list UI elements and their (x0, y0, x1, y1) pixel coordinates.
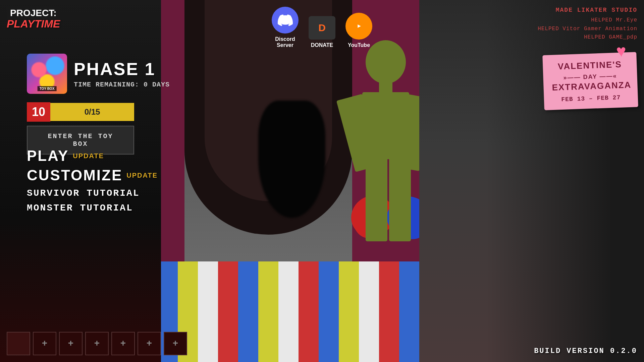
discord-button[interactable]: DiscordServer (272, 7, 299, 48)
inventory-slot-6[interactable]: + (138, 332, 161, 355)
play-label: PLAY (27, 147, 69, 164)
inventory-slot-2[interactable]: + (33, 332, 56, 355)
youtube-svg-icon (352, 19, 366, 33)
logo-playtime-text: PLAYTIME (7, 18, 60, 30)
survivor-tutorial-item[interactable]: SURVIVOR TUTORIAL (27, 188, 158, 198)
inventory-slot-3[interactable]: + (59, 332, 83, 355)
donate-icon: D (309, 16, 335, 40)
heart-icon: ♥ (616, 42, 627, 62)
credits-section: MADE LIKATER STUDIO HELPED Mr.Eye HELPED… (538, 7, 637, 42)
helped-1: HELPED Mr.Eye (538, 16, 637, 25)
phase-title: PHASE 1 (74, 59, 170, 79)
add-slot-icon-6: + (147, 339, 152, 349)
add-slot-icon-7: + (173, 339, 178, 349)
helped-credits: HELPED Mr.Eye HELPED Vitor Gamer Animati… (538, 16, 637, 42)
char-left-leg (366, 154, 387, 241)
phase-image: TOY BOX (27, 54, 67, 94)
discord-icon (272, 7, 299, 34)
donate-d-icon: D (318, 22, 326, 34)
toy-box-label: TOY BOX (38, 86, 57, 91)
valentine-title: VALENTINE'S»—— DAY ——«EXTRAVAGANZA (551, 59, 629, 93)
character-mannequin (335, 40, 419, 292)
inventory-slot-7[interactable]: + (164, 332, 187, 355)
time-remaining: TIME REMAINING: 0 DAYS (74, 81, 170, 88)
creature-figure (258, 101, 325, 218)
add-slot-icon-5: + (120, 339, 126, 349)
inventory-slot-1[interactable] (7, 332, 30, 355)
discord-svg-icon (278, 13, 293, 28)
phase-section: TOY BOX PHASE 1 TIME REMAINING: 0 DAYS (27, 54, 170, 94)
add-slot-icon-2: + (42, 339, 48, 349)
valentine-date: FEB 13 – FEB 27 (552, 94, 630, 103)
inventory-slot-4[interactable]: + (85, 332, 109, 355)
progress-bar: 0/15 (50, 103, 134, 121)
progress-text: 0/15 (85, 107, 100, 117)
inventory-slot-5[interactable]: + (111, 332, 135, 355)
char-neck (379, 80, 392, 94)
youtube-label: YouTube (348, 42, 370, 48)
inventory-bar: + + + + + + (7, 332, 187, 355)
build-version: BUILD VERSION 0.2.0 (534, 347, 637, 355)
add-slot-icon-3: + (68, 339, 74, 349)
customize-label: CUSTOMIZE (27, 167, 122, 184)
add-slot-icon-4: + (94, 339, 100, 349)
valentine-banner: ♥ VALENTINE'S»—— DAY ——«EXTRAVAGANZA FEB… (542, 52, 638, 110)
valentine-card: ♥ VALENTINE'S»—— DAY ——«EXTRAVAGANZA FEB… (542, 52, 638, 110)
play-update-badge: UPDATE (73, 152, 104, 160)
helped-2: HELPED Vitor Gamer Animation (538, 25, 637, 34)
studio-credit: MADE LIKATER STUDIO (538, 7, 637, 13)
monster-tutorial-item[interactable]: MONSTER TUTORIAL (27, 203, 158, 213)
youtube-icon (345, 13, 372, 40)
customize-menu-item[interactable]: CUSTOMIZE UPDATE (27, 167, 158, 184)
progress-number: 10 (27, 102, 50, 122)
menu-section: PLAY UPDATE CUSTOMIZE UPDATE SURVIVOR TU… (27, 147, 158, 213)
game-logo: PROJECT: PLAYTIME (7, 7, 60, 40)
donate-label: DONATE (311, 42, 333, 48)
helped-3: HELPED GAME_pdp (538, 33, 637, 42)
customize-update-badge: UPDATE (126, 172, 158, 179)
char-right-leg (389, 154, 411, 241)
progress-section: 10 0/15 (27, 102, 134, 122)
youtube-button[interactable]: YouTube (345, 13, 372, 48)
donate-button[interactable]: D DONATE (309, 16, 335, 48)
phase-info: PHASE 1 TIME REMAINING: 0 DAYS (74, 59, 170, 88)
social-buttons: DiscordServer D DONATE YouTube (272, 7, 372, 48)
play-menu-item[interactable]: PLAY UPDATE (27, 147, 158, 164)
discord-label: DiscordServer (275, 36, 295, 48)
